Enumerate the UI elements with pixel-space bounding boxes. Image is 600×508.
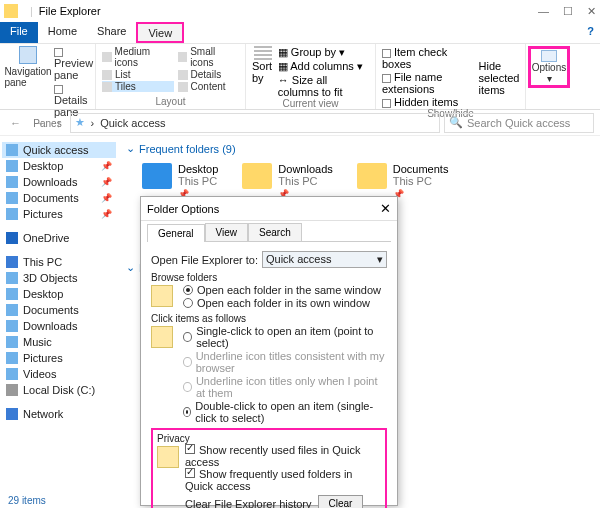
chevron-down-icon: ⌄	[126, 261, 135, 274]
search-icon: 🔍	[449, 116, 463, 129]
checkbox-frequent-folders[interactable]: Show frequently used folders in Quick ac…	[185, 468, 381, 492]
folder-downloads[interactable]: DownloadsThis PC📌	[242, 163, 332, 199]
sidebar-documents2[interactable]: Documents	[2, 302, 116, 318]
sidebar-localdisk[interactable]: Local Disk (C:)	[2, 382, 116, 398]
hidden-items-toggle[interactable]: Hidden items	[382, 96, 475, 108]
privacy-icon	[157, 446, 179, 468]
pin-icon: 📌	[393, 189, 449, 199]
currentview-group-label: Current view	[252, 98, 369, 109]
search-input[interactable]: 🔍 Search Quick access	[444, 113, 594, 133]
nav-up[interactable]: ↑	[52, 117, 66, 129]
preview-pane-button[interactable]: Preview pane	[54, 46, 93, 81]
dialog-tab-view[interactable]: View	[205, 223, 249, 241]
radio-own-window[interactable]: Open each folder in its own window	[183, 297, 387, 309]
sidebar-pictures[interactable]: Pictures📌	[2, 206, 116, 222]
layout-medium[interactable]: Medium icons	[102, 46, 174, 68]
radio-double-click[interactable]: Double-click to open an item (single-cli…	[183, 400, 387, 424]
help-button[interactable]: ?	[581, 22, 600, 43]
layout-tiles[interactable]: Tiles	[102, 81, 174, 92]
close-button[interactable]: ✕	[587, 5, 596, 18]
sort-by-button[interactable]: Sort by	[252, 46, 274, 84]
sidebar-videos[interactable]: Videos	[2, 366, 116, 382]
dialog-tab-search[interactable]: Search	[248, 223, 302, 241]
sidebar-thispc[interactable]: This PC	[2, 254, 116, 270]
radio-underline-browser: Underline icon titles consistent with my…	[183, 350, 387, 374]
titlebar: | File Explorer — ☐ ✕	[0, 0, 600, 22]
pin-icon: 📌	[101, 193, 112, 203]
layout-group-label: Layout	[102, 96, 239, 107]
sidebar-network[interactable]: Network	[2, 406, 116, 422]
layout-content[interactable]: Content	[178, 81, 239, 92]
app-title: File Explorer	[39, 5, 101, 17]
app-icon	[4, 4, 18, 18]
sidebar-music[interactable]: Music	[2, 334, 116, 350]
folder-documents[interactable]: DocumentsThis PC📌	[357, 163, 449, 199]
open-explorer-select[interactable]: Quick access ▾	[262, 251, 387, 268]
tab-view[interactable]: View	[136, 22, 184, 43]
open-explorer-label: Open File Explorer to:	[151, 254, 258, 266]
maximize-button[interactable]: ☐	[563, 5, 573, 18]
chevron-down-icon: ⌄	[126, 142, 135, 155]
dialog-title: Folder Options	[147, 203, 219, 215]
navigation-pane-button[interactable]: Navigation pane	[6, 46, 50, 88]
sidebar-downloads[interactable]: Downloads📌	[2, 174, 116, 190]
dialog-close-button[interactable]: ✕	[380, 201, 391, 216]
hide-selected-button[interactable]: Hide selected items	[479, 46, 519, 96]
folder-icon	[357, 163, 387, 189]
clear-button[interactable]: Clear	[318, 495, 364, 508]
browse-icon	[151, 285, 173, 307]
sidebar-desktop[interactable]: Desktop📌	[2, 158, 116, 174]
menubar: File Home Share View ?	[0, 22, 600, 44]
dialog-tab-general[interactable]: General	[147, 224, 205, 242]
tab-file[interactable]: File	[0, 22, 38, 43]
star-icon: ★	[75, 116, 85, 129]
sidebar-onedrive[interactable]: OneDrive	[2, 230, 116, 246]
chevron-down-icon: ▾	[547, 73, 552, 84]
clear-history-label: Clear File Explorer history	[185, 498, 312, 509]
checkbox-recent-files[interactable]: Show recently used files in Quick access	[185, 444, 381, 468]
folder-icon	[142, 163, 172, 189]
sidebar-desktop2[interactable]: Desktop	[2, 286, 116, 302]
folder-icon	[242, 163, 272, 189]
click-icon	[151, 326, 173, 348]
pin-icon: 📌	[101, 177, 112, 187]
layout-details[interactable]: Details	[178, 69, 239, 80]
add-columns-button[interactable]: ▦ Add columns ▾	[278, 60, 369, 73]
sidebar-quick-access[interactable]: Quick access	[2, 142, 116, 158]
pin-icon: 📌	[101, 209, 112, 219]
address-bar: ← → ↑ ★ › Quick access 🔍 Search Quick ac…	[0, 110, 600, 136]
ribbon: Navigation pane Preview pane Details pan…	[0, 44, 600, 110]
group-by-button[interactable]: ▦ Group by ▾	[278, 46, 369, 59]
frequent-folders-header[interactable]: ⌄Frequent folders (9)	[126, 140, 592, 157]
title-sep: |	[30, 5, 33, 17]
tab-share[interactable]: Share	[87, 22, 136, 43]
options-button[interactable]: Options ▾	[528, 46, 570, 88]
filename-ext-toggle[interactable]: File name extensions	[382, 71, 475, 95]
minimize-button[interactable]: —	[538, 5, 549, 18]
tab-home[interactable]: Home	[38, 22, 87, 43]
radio-same-window[interactable]: Open each folder in the same window	[183, 284, 387, 296]
breadcrumb[interactable]: ★ › Quick access	[70, 113, 441, 133]
sidebar: Quick access Desktop📌 Downloads📌 Documen…	[0, 136, 118, 508]
radio-underline-point: Underline icon titles only when I point …	[183, 375, 387, 399]
sidebar-pictures2[interactable]: Pictures	[2, 350, 116, 366]
folder-desktop[interactable]: DesktopThis PC📌	[142, 163, 218, 199]
sidebar-3dobjects[interactable]: 3D Objects	[2, 270, 116, 286]
pin-icon: 📌	[101, 161, 112, 171]
size-columns-button[interactable]: ↔ Size all columns to fit	[278, 74, 369, 98]
nav-fwd[interactable]: →	[29, 117, 48, 129]
sidebar-documents[interactable]: Documents📌	[2, 190, 116, 206]
status-bar: 29 items	[0, 493, 54, 508]
sidebar-downloads2[interactable]: Downloads	[2, 318, 116, 334]
options-icon	[541, 50, 557, 62]
layout-small[interactable]: Small icons	[178, 46, 239, 68]
folder-options-dialog: Folder Options ✕ General View Search Ope…	[140, 196, 398, 506]
item-checkboxes-toggle[interactable]: Item check boxes	[382, 46, 475, 70]
nav-back[interactable]: ←	[6, 117, 25, 129]
browse-folders-label: Browse folders	[151, 272, 387, 283]
radio-single-click[interactable]: Single-click to open an item (point to s…	[183, 325, 387, 349]
layout-list[interactable]: List	[102, 69, 174, 80]
click-items-label: Click items as follows	[151, 313, 387, 324]
